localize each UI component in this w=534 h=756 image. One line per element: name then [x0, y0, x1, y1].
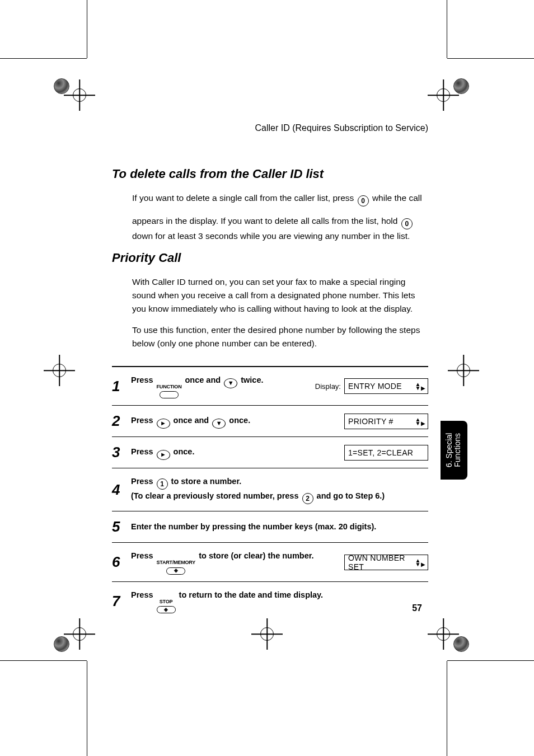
lcd-display: PRIORITY # ▲▼▶ — [344, 414, 428, 429]
reg-disc — [453, 636, 469, 652]
step-row: 1 Press FUNCTION once and ▼ twice. Displ… — [112, 367, 428, 406]
key-2: 2 — [302, 493, 313, 504]
display-label: Display: — [315, 382, 341, 391]
step-number: 7 — [112, 593, 131, 610]
step-row: 6 Press START/MEMORY to store (or clear)… — [112, 543, 428, 581]
reg-disc — [453, 78, 469, 94]
key-1: 1 — [157, 478, 168, 490]
step-number: 1 — [112, 378, 131, 395]
reg-disc — [54, 636, 69, 652]
reg-cross — [435, 87, 451, 103]
updown-icon: ▲▼▶ — [415, 417, 426, 425]
paragraph: appears in the display. If you want to d… — [132, 214, 428, 243]
step-number: 4 — [112, 481, 131, 499]
step-row: 5 Enter the number by pressing the numbe… — [112, 511, 428, 543]
chapter-tab: 6. Special Functions — [441, 421, 467, 480]
stop-key: STOP — [157, 598, 176, 613]
lcd-display: ENTRY MODE ▲▼▶ — [344, 378, 428, 394]
page-number: 57 — [412, 603, 422, 613]
reg-cross — [259, 626, 275, 642]
updown-icon: ▲▼▶ — [415, 382, 426, 390]
reg-cross — [435, 626, 451, 642]
key-0: 0 — [401, 218, 413, 229]
key-0: 0 — [358, 195, 369, 206]
down-arrow-key: ▼ — [224, 378, 237, 388]
step-number: 2 — [112, 412, 131, 430]
step-row: 4 Press 1 to store a number. (To clear a… — [112, 468, 428, 511]
paragraph: With Caller ID turned on, you can set yo… — [132, 275, 428, 316]
reg-cross — [456, 363, 471, 378]
step-row: 7 Press STOP to return to the date and t… — [112, 582, 428, 620]
step-number: 5 — [112, 518, 131, 536]
right-arrow-key: ► — [157, 419, 170, 429]
function-key: FUNCTION — [157, 383, 182, 398]
start-memory-key: START/MEMORY — [157, 558, 196, 574]
paragraph: To use this function, enter the desired … — [132, 323, 428, 350]
reg-disc — [54, 78, 69, 94]
step-row: 3 Press ► once. 1=SET, 2=CLEAR — [112, 437, 428, 468]
step-row: 2 Press ► once and ▼ once. PRIORITY # ▲▼… — [112, 406, 428, 437]
running-header: Caller ID (Requires Subscription to Serv… — [112, 123, 428, 133]
reg-cross — [51, 363, 67, 378]
step-number: 6 — [112, 553, 131, 571]
section-heading-delete: To delete calls from the Caller ID list — [112, 167, 428, 181]
lcd-display: OWN NUMBER SET ▲▼▶ — [344, 555, 428, 570]
step-number: 3 — [112, 444, 131, 461]
down-arrow-key: ▼ — [212, 419, 226, 429]
lcd-display: 1=SET, 2=CLEAR — [344, 445, 428, 461]
section-heading-priority: Priority Call — [112, 251, 428, 265]
right-arrow-key: ► — [157, 450, 170, 460]
steps-list: 1 Press FUNCTION once and ▼ twice. Displ… — [112, 366, 428, 620]
reg-cross — [72, 87, 87, 103]
reg-cross — [72, 626, 87, 642]
paragraph: If you want to delete a single call from… — [132, 191, 428, 206]
updown-icon: ▲▼▶ — [415, 558, 426, 566]
